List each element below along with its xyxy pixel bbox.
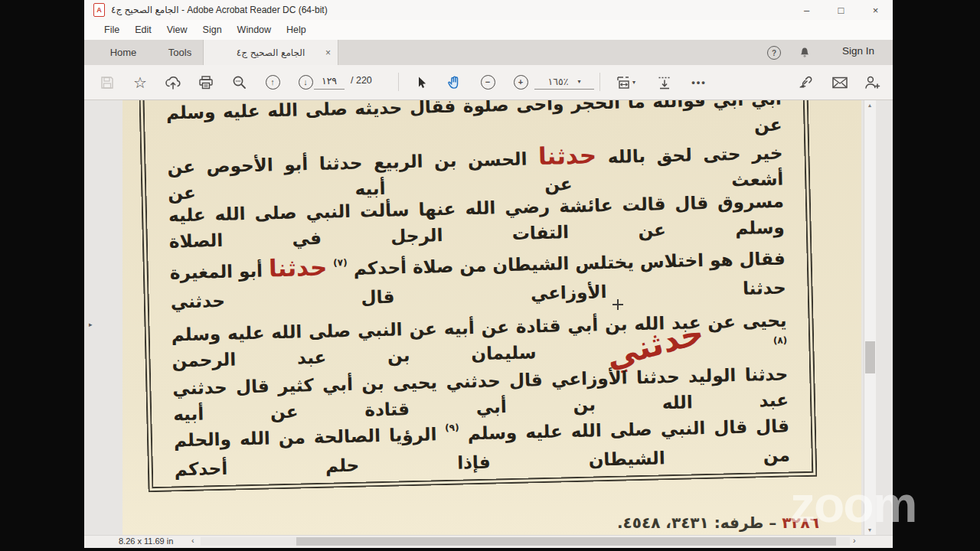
menu-window[interactable]: Window bbox=[230, 24, 279, 35]
page-fit-options-icon[interactable]: ▾ bbox=[612, 73, 639, 93]
zoom-level-value: ١٦٥٪ bbox=[548, 76, 569, 87]
tab-tools[interactable]: Tools bbox=[155, 40, 205, 65]
acrobat-window: A الجامع الصحيح ج٤ - Adobe Acrobat Reade… bbox=[84, 0, 893, 546]
save-icon[interactable] bbox=[97, 73, 117, 93]
footnote-marker: (٨) bbox=[773, 335, 788, 346]
email-icon[interactable] bbox=[830, 73, 850, 93]
print-icon[interactable] bbox=[196, 73, 216, 93]
document-canvas[interactable]: ▸ أبي أبي فوالله ما الحجر وأحى صلوة فقال… bbox=[84, 100, 893, 535]
chevron-down-icon: ▾ bbox=[577, 78, 580, 85]
horizontal-scrollbar[interactable] bbox=[201, 537, 850, 546]
tab-close-icon[interactable]: × bbox=[325, 47, 331, 58]
notifications-bell-icon[interactable] bbox=[798, 46, 812, 60]
toolbar: ☆ ↑ ↓ ١٢٩ / 220 − + ١٦٥٪ bbox=[84, 65, 893, 100]
menu-bar: File Edit View Sign Window Help bbox=[84, 20, 893, 40]
tab-home[interactable]: Home bbox=[98, 40, 149, 65]
hand-tool-icon[interactable] bbox=[445, 73, 465, 93]
page-count-label: / 220 bbox=[351, 75, 372, 86]
zoom-out-icon[interactable]: − bbox=[478, 73, 498, 93]
toolbar-divider bbox=[398, 73, 399, 91]
tab-bar: Home Tools الجامع الصحيح ج٤ × ? Sign In bbox=[84, 40, 893, 65]
scroll-left-icon[interactable]: ‹ bbox=[191, 536, 194, 545]
close-button[interactable]: × bbox=[858, 0, 893, 20]
page-text-frame: أبي أبي فوالله ما الحجر وأحى صلوة فقال ح… bbox=[139, 100, 818, 492]
star-favorites-icon[interactable]: ☆ bbox=[130, 73, 150, 93]
zoom-level-select[interactable]: ١٦٥٪ ▾ bbox=[534, 73, 594, 90]
footnote-marker: (٧) bbox=[333, 257, 348, 268]
page-scrolling-icon[interactable] bbox=[655, 73, 675, 93]
vertical-scrollbar-thumb[interactable] bbox=[865, 341, 875, 373]
cloud-upload-icon[interactable] bbox=[163, 73, 183, 93]
haddathana-red-word: حدثنا bbox=[269, 253, 328, 282]
pdf-file-icon: A bbox=[93, 3, 105, 17]
text-line: يحيى عن عبد الله بن أبي قتادة عن أبيه عن… bbox=[171, 308, 787, 348]
minimize-button[interactable]: – bbox=[789, 0, 824, 20]
footnote-marker: (٩) bbox=[445, 422, 459, 433]
chevron-down-icon: ▾ bbox=[632, 79, 635, 86]
document-tab-title: الجامع الصحيح ج٤ bbox=[237, 47, 305, 58]
select-tool-icon[interactable] bbox=[411, 73, 431, 93]
next-page-icon[interactable]: ↓ bbox=[296, 73, 315, 93]
menu-view[interactable]: View bbox=[159, 24, 195, 35]
mouse-cursor bbox=[612, 299, 623, 310]
zoom-watermark: zoom bbox=[790, 479, 916, 530]
toolbar-divider bbox=[599, 73, 600, 91]
menu-sign[interactable]: Sign bbox=[195, 24, 230, 35]
text-line: أبي أبي فوالله ما الحجر وأحى صلوة فقال ح… bbox=[166, 100, 782, 126]
share-link-icon[interactable] bbox=[795, 73, 815, 93]
previous-page-icon[interactable]: ↑ bbox=[263, 73, 283, 93]
horizontal-scrollbar-thumb[interactable] bbox=[296, 537, 836, 546]
help-icon[interactable]: ? bbox=[767, 46, 781, 60]
more-tools-icon[interactable]: ••• bbox=[689, 73, 709, 93]
scroll-up-icon[interactable]: ▴ bbox=[864, 102, 875, 109]
maximize-button[interactable]: □ bbox=[824, 0, 858, 20]
pdf-page: أبي أبي فوالله ما الحجر وأحى صلوة فقال ح… bbox=[122, 100, 861, 535]
share-with-people-icon[interactable] bbox=[862, 73, 882, 93]
vertical-scrollbar[interactable]: ▴ ▾ bbox=[864, 100, 876, 535]
menu-file[interactable]: File bbox=[96, 24, 127, 35]
status-bar: 8.26 x 11.69 in ‹ › bbox=[84, 535, 893, 548]
tab-document[interactable]: الجامع الصحيح ج٤ × bbox=[203, 40, 338, 65]
search-icon[interactable] bbox=[230, 73, 250, 93]
haddathana-red-word: حدثنا bbox=[537, 141, 596, 170]
zoom-in-icon[interactable]: + bbox=[511, 73, 531, 93]
hadith-reference-line: ٣٢٨٦ – طرفه: ٣٤٣١، ٤٥٤٨. bbox=[617, 514, 819, 532]
page-size-label: 8.26 x 11.69 in bbox=[119, 536, 173, 546]
text-line: خير حتى لحق بالله حدثنا الحسن بن الربيع … bbox=[167, 138, 783, 178]
screen: A الجامع الصحيح ج٤ - Adobe Acrobat Reade… bbox=[0, 0, 980, 551]
window-title: الجامع الصحيح ج٤ - Adobe Acrobat Reader … bbox=[111, 5, 328, 15]
scroll-right-icon[interactable]: › bbox=[853, 536, 856, 545]
navigation-pane-toggle-icon[interactable]: ▸ bbox=[89, 321, 93, 328]
menu-help[interactable]: Help bbox=[279, 24, 314, 35]
page-number-input[interactable]: ١٢٩ bbox=[314, 73, 345, 90]
menu-edit[interactable]: Edit bbox=[127, 24, 159, 35]
sign-in-button[interactable]: Sign In bbox=[842, 45, 874, 57]
title-bar: A الجامع الصحيح ج٤ - Adobe Acrobat Reade… bbox=[84, 0, 893, 20]
